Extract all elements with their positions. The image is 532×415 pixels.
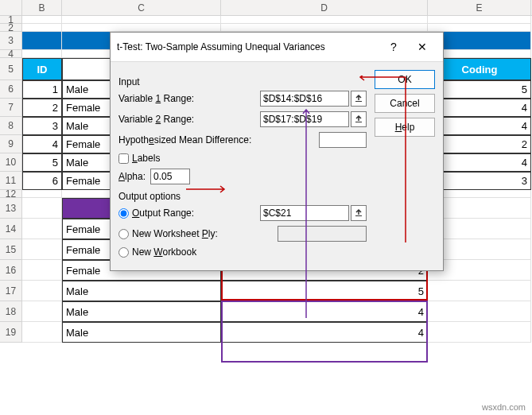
cell[interactable]: 5 — [221, 281, 428, 301]
cell[interactable]: Male — [62, 322, 221, 343]
input-section-label: Input — [118, 76, 367, 87]
var2-label: Variable 2 Range: — [118, 114, 260, 125]
var2-range-picker-icon[interactable] — [351, 111, 367, 127]
var2-range-input[interactable] — [260, 111, 349, 127]
hypothesized-input[interactable] — [319, 132, 367, 148]
var1-range-input[interactable] — [260, 91, 349, 107]
dialog-title: t-Test: Two-Sample Assuming Unequal Vari… — [117, 41, 379, 52]
row-header-9[interactable]: 9 — [0, 135, 22, 153]
row-header-19[interactable]: 19 — [0, 322, 22, 343]
var1-label: Variable 1 Range: — [118, 93, 260, 104]
cell[interactable]: 4 — [221, 301, 428, 322]
row-header-13[interactable]: 13 — [0, 198, 22, 219]
alpha-label: Alpha: — [118, 171, 146, 182]
labels-checkbox-label: Labels — [132, 153, 160, 164]
row-header-18[interactable]: 18 — [0, 301, 22, 322]
ok-button[interactable]: OK — [375, 70, 435, 89]
new-workbook-label: New Workbook — [132, 246, 196, 258]
col-header-D[interactable]: D — [221, 0, 428, 15]
col-header-B[interactable]: B — [22, 0, 62, 15]
svg-rect-0 — [355, 101, 362, 102]
watermark: wsxdn.com — [482, 402, 526, 412]
cell[interactable]: 4 — [22, 135, 62, 153]
help-button[interactable]: Help — [375, 118, 435, 137]
new-worksheet-input — [278, 226, 367, 242]
output-range-label: Output Range: — [132, 208, 260, 219]
dialog-titlebar[interactable]: t-Test: Two-Sample Assuming Unequal Vari… — [111, 33, 443, 62]
row-header-7[interactable]: 7 — [0, 99, 22, 117]
cell[interactable]: 3 — [22, 117, 62, 135]
row-header-5[interactable]: 5 — [0, 58, 22, 80]
new-workbook-radio[interactable] — [118, 247, 129, 258]
row-header-2[interactable]: 2 — [0, 24, 22, 32]
var1-range-picker-icon[interactable] — [351, 91, 367, 107]
cell[interactable]: 1 — [22, 80, 62, 99]
row-header-17[interactable]: 17 — [0, 281, 22, 301]
output-range-input[interactable] — [260, 205, 349, 221]
cell[interactable]: 6 — [22, 172, 62, 190]
col-header-C[interactable]: C — [62, 0, 221, 15]
row-header-16[interactable]: 16 — [0, 260, 22, 281]
svg-rect-2 — [355, 215, 362, 216]
cell[interactable]: Male — [62, 301, 221, 322]
cell[interactable]: 2 — [22, 99, 62, 117]
row-header-10[interactable]: 10 — [0, 153, 22, 172]
cell[interactable]: Male — [62, 281, 221, 301]
select-all-corner[interactable] — [0, 0, 22, 15]
row-header-14[interactable]: 14 — [0, 219, 22, 239]
new-worksheet-label: New Worksheet Ply: — [132, 228, 278, 239]
alpha-input[interactable] — [150, 169, 190, 184]
row-header-6[interactable]: 6 — [0, 80, 22, 99]
close-icon[interactable]: ✕ — [408, 37, 437, 56]
row-header-4[interactable]: 4 — [0, 50, 22, 58]
help-icon[interactable]: ? — [379, 37, 408, 56]
cancel-button[interactable]: Cancel — [375, 94, 435, 113]
row-header-12[interactable]: 12 — [0, 190, 22, 198]
column-header-row: B C D E — [0, 0, 532, 16]
cell[interactable]: 4 — [221, 322, 428, 343]
labels-checkbox[interactable] — [118, 153, 129, 164]
hypothesized-label: Hypothesized Mean Difference: — [118, 134, 313, 145]
col-header-E[interactable]: E — [428, 0, 531, 15]
cell[interactable]: 5 — [22, 153, 62, 172]
new-worksheet-radio[interactable] — [118, 229, 129, 239]
table1-header-id[interactable]: ID — [22, 58, 62, 80]
output-range-radio[interactable] — [118, 208, 129, 219]
row-header-column: 1 2 3 4 5 6 7 8 9 10 11 12 13 14 15 16 1… — [0, 16, 22, 343]
svg-rect-1 — [355, 122, 362, 122]
output-section-label: Output options — [118, 191, 367, 202]
output-range-picker-icon[interactable] — [351, 205, 367, 221]
ttest-dialog: t-Test: Two-Sample Assuming Unequal Vari… — [110, 32, 444, 271]
row-header-8[interactable]: 8 — [0, 117, 22, 135]
row-header-15[interactable]: 15 — [0, 239, 22, 260]
